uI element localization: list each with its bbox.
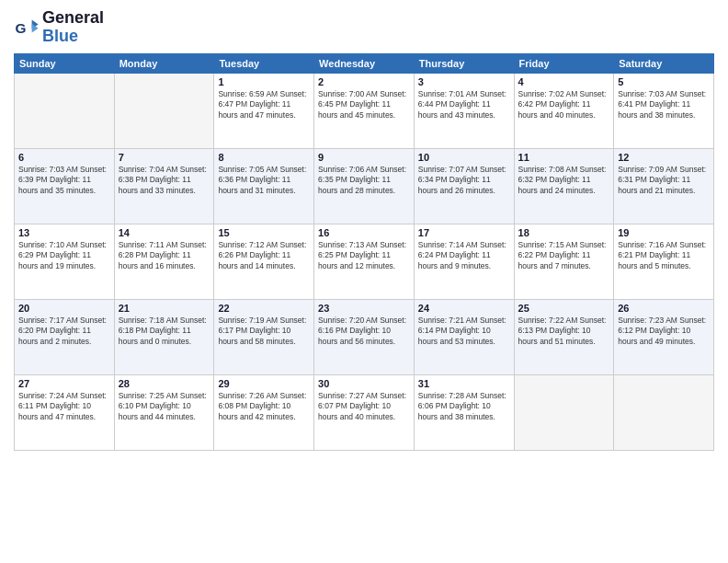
calendar-cell: 22Sunrise: 7:19 AM Sunset: 6:17 PM Dayli… [214,299,314,374]
logo-icon: G [14,15,40,40]
day-number: 17 [418,227,510,238]
calendar-cell: 17Sunrise: 7:14 AM Sunset: 6:24 PM Dayli… [414,224,514,299]
day-detail: Sunrise: 7:23 AM Sunset: 6:12 PM Dayligh… [618,316,710,349]
day-detail: Sunrise: 7:06 AM Sunset: 6:35 PM Dayligh… [318,165,410,198]
day-detail: Sunrise: 7:20 AM Sunset: 6:16 PM Dayligh… [318,316,410,349]
day-detail: Sunrise: 7:03 AM Sunset: 6:41 PM Dayligh… [618,89,710,122]
day-number: 10 [418,152,510,163]
day-number: 19 [618,227,710,238]
calendar-cell [15,73,115,148]
calendar-cell: 8Sunrise: 7:05 AM Sunset: 6:36 PM Daylig… [214,148,314,224]
week-row-1: 1Sunrise: 6:59 AM Sunset: 6:47 PM Daylig… [15,73,714,148]
day-detail: Sunrise: 7:12 AM Sunset: 6:26 PM Dayligh… [218,240,310,273]
day-number: 8 [218,152,310,163]
day-number: 5 [618,76,710,87]
calendar-cell: 26Sunrise: 7:23 AM Sunset: 6:12 PM Dayli… [614,299,714,374]
calendar-cell: 6Sunrise: 7:03 AM Sunset: 6:39 PM Daylig… [15,148,115,224]
calendar-cell: 28Sunrise: 7:25 AM Sunset: 6:10 PM Dayli… [114,374,214,450]
day-number: 9 [318,152,410,163]
day-detail: Sunrise: 7:17 AM Sunset: 6:20 PM Dayligh… [18,316,110,349]
calendar-cell: 15Sunrise: 7:12 AM Sunset: 6:26 PM Dayli… [214,224,314,299]
weekday-thursday: Thursday [414,53,514,73]
weekday-monday: Monday [114,53,214,73]
svg-text:G: G [15,19,26,35]
day-detail: Sunrise: 7:09 AM Sunset: 6:31 PM Dayligh… [618,165,710,198]
day-detail: Sunrise: 6:59 AM Sunset: 6:47 PM Dayligh… [218,89,310,122]
day-number: 18 [518,227,610,238]
day-detail: Sunrise: 7:11 AM Sunset: 6:28 PM Dayligh… [119,240,210,273]
calendar-cell: 31Sunrise: 7:28 AM Sunset: 6:06 PM Dayli… [414,374,514,450]
day-detail: Sunrise: 7:15 AM Sunset: 6:22 PM Dayligh… [518,240,610,273]
day-number: 12 [618,152,710,163]
day-detail: Sunrise: 7:26 AM Sunset: 6:08 PM Dayligh… [218,391,310,424]
weekday-friday: Friday [514,53,614,73]
day-detail: Sunrise: 7:22 AM Sunset: 6:13 PM Dayligh… [518,316,610,349]
day-number: 30 [318,378,410,389]
day-number: 2 [318,76,410,87]
calendar-cell: 29Sunrise: 7:26 AM Sunset: 6:08 PM Dayli… [214,374,314,450]
day-detail: Sunrise: 7:00 AM Sunset: 6:45 PM Dayligh… [318,89,410,122]
day-number: 4 [518,76,610,87]
calendar-cell [114,73,214,148]
weekday-wednesday: Wednesday [314,53,415,73]
calendar-cell: 21Sunrise: 7:18 AM Sunset: 6:18 PM Dayli… [114,299,214,374]
day-detail: Sunrise: 7:28 AM Sunset: 6:06 PM Dayligh… [418,391,510,424]
day-detail: Sunrise: 7:27 AM Sunset: 6:07 PM Dayligh… [318,391,410,424]
day-number: 11 [518,152,610,163]
day-number: 22 [218,303,310,314]
day-detail: Sunrise: 7:04 AM Sunset: 6:38 PM Dayligh… [119,165,210,198]
calendar-cell: 12Sunrise: 7:09 AM Sunset: 6:31 PM Dayli… [614,148,714,224]
day-number: 28 [119,378,210,389]
weekday-saturday: Saturday [614,53,714,73]
day-detail: Sunrise: 7:16 AM Sunset: 6:21 PM Dayligh… [618,240,710,273]
calendar-cell: 23Sunrise: 7:20 AM Sunset: 6:16 PM Dayli… [314,299,415,374]
calendar-cell: 19Sunrise: 7:16 AM Sunset: 6:21 PM Dayli… [614,224,714,299]
weekday-header-row: SundayMondayTuesdayWednesdayThursdayFrid… [15,53,714,73]
weekday-sunday: Sunday [15,53,115,73]
weekday-tuesday: Tuesday [214,53,314,73]
calendar-cell: 9Sunrise: 7:06 AM Sunset: 6:35 PM Daylig… [314,148,415,224]
day-number: 29 [218,378,310,389]
calendar-cell: 16Sunrise: 7:13 AM Sunset: 6:25 PM Dayli… [314,224,415,299]
day-number: 21 [119,303,210,314]
calendar-cell: 13Sunrise: 7:10 AM Sunset: 6:29 PM Dayli… [15,224,115,299]
week-row-5: 27Sunrise: 7:24 AM Sunset: 6:11 PM Dayli… [15,374,714,450]
day-detail: Sunrise: 7:01 AM Sunset: 6:44 PM Dayligh… [418,89,510,122]
calendar-cell: 11Sunrise: 7:08 AM Sunset: 6:32 PM Dayli… [514,148,614,224]
calendar-cell: 4Sunrise: 7:02 AM Sunset: 6:42 PM Daylig… [514,73,614,148]
calendar-cell: 1Sunrise: 6:59 AM Sunset: 6:47 PM Daylig… [214,73,314,148]
day-number: 31 [418,378,510,389]
day-detail: Sunrise: 7:07 AM Sunset: 6:34 PM Dayligh… [418,165,510,198]
day-detail: Sunrise: 7:14 AM Sunset: 6:24 PM Dayligh… [418,240,510,273]
day-detail: Sunrise: 7:18 AM Sunset: 6:18 PM Dayligh… [119,316,210,349]
day-number: 23 [318,303,410,314]
calendar-cell: 30Sunrise: 7:27 AM Sunset: 6:07 PM Dayli… [314,374,415,450]
week-row-3: 13Sunrise: 7:10 AM Sunset: 6:29 PM Dayli… [15,224,714,299]
day-number: 16 [318,227,410,238]
calendar-cell: 7Sunrise: 7:04 AM Sunset: 6:38 PM Daylig… [114,148,214,224]
calendar-cell: 24Sunrise: 7:21 AM Sunset: 6:14 PM Dayli… [414,299,514,374]
calendar-cell [514,374,614,450]
calendar-cell: 10Sunrise: 7:07 AM Sunset: 6:34 PM Dayli… [414,148,514,224]
calendar-cell: 18Sunrise: 7:15 AM Sunset: 6:22 PM Dayli… [514,224,614,299]
day-detail: Sunrise: 7:24 AM Sunset: 6:11 PM Dayligh… [18,391,110,424]
day-number: 25 [518,303,610,314]
calendar-cell: 5Sunrise: 7:03 AM Sunset: 6:41 PM Daylig… [614,73,714,148]
logo: G General Blue [14,9,104,46]
day-detail: Sunrise: 7:19 AM Sunset: 6:17 PM Dayligh… [218,316,310,349]
calendar-cell: 20Sunrise: 7:17 AM Sunset: 6:20 PM Dayli… [15,299,115,374]
calendar: SundayMondayTuesdayWednesdayThursdayFrid… [14,53,714,451]
day-detail: Sunrise: 7:08 AM Sunset: 6:32 PM Dayligh… [518,165,610,198]
day-number: 13 [18,227,110,238]
day-number: 14 [119,227,210,238]
calendar-cell: 25Sunrise: 7:22 AM Sunset: 6:13 PM Dayli… [514,299,614,374]
day-detail: Sunrise: 7:21 AM Sunset: 6:14 PM Dayligh… [418,316,510,349]
calendar-cell: 27Sunrise: 7:24 AM Sunset: 6:11 PM Dayli… [15,374,115,450]
day-number: 20 [18,303,110,314]
day-number: 7 [119,152,210,163]
day-detail: Sunrise: 7:02 AM Sunset: 6:42 PM Dayligh… [518,89,610,122]
day-detail: Sunrise: 7:13 AM Sunset: 6:25 PM Dayligh… [318,240,410,273]
week-row-2: 6Sunrise: 7:03 AM Sunset: 6:39 PM Daylig… [15,148,714,224]
day-number: 24 [418,303,510,314]
day-number: 3 [418,76,510,87]
